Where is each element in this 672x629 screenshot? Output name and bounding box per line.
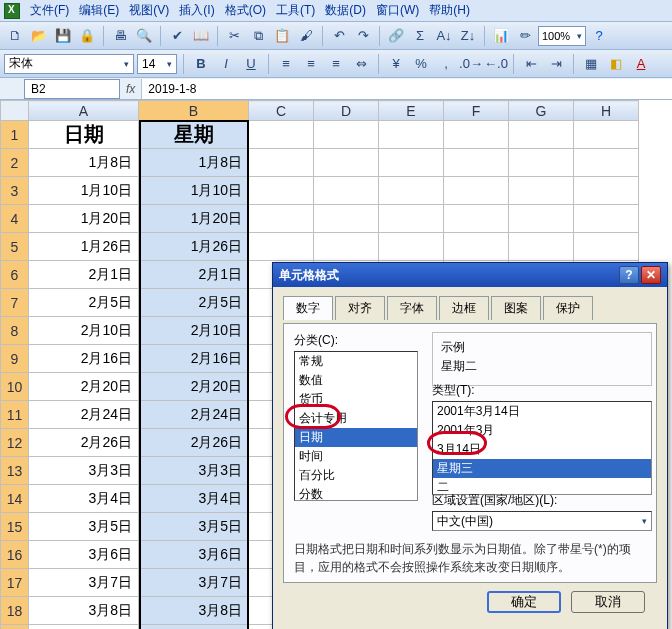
comma-icon[interactable]: ,	[435, 53, 457, 75]
align-right-icon[interactable]: ≡	[325, 53, 347, 75]
cell-A3[interactable]: 1月10日	[29, 177, 139, 205]
help-button[interactable]: ?	[619, 266, 639, 284]
cell-C4[interactable]	[249, 205, 314, 233]
cell-B7[interactable]: 2月5日	[139, 289, 249, 317]
cell-A16[interactable]: 3月6日	[29, 541, 139, 569]
row-header-17[interactable]: 17	[1, 569, 29, 597]
col-header-A[interactable]: A	[29, 101, 139, 121]
cell-F2[interactable]	[444, 149, 509, 177]
font-combo[interactable]: 宋体▾	[4, 54, 134, 74]
format-painter-icon[interactable]: 🖌	[295, 25, 317, 47]
cell-F4[interactable]	[444, 205, 509, 233]
chart-icon[interactable]: 📊	[490, 25, 512, 47]
menu-file[interactable]: 文件(F)	[30, 2, 69, 19]
tab-5[interactable]: 保护	[543, 296, 593, 320]
dec-indent-icon[interactable]: ⇤	[520, 53, 542, 75]
col-header-E[interactable]: E	[379, 101, 444, 121]
row-header-8[interactable]: 8	[1, 317, 29, 345]
cell-A1[interactable]: 日期	[29, 121, 139, 149]
autosum-icon[interactable]: Σ	[409, 25, 431, 47]
cut-icon[interactable]: ✂	[223, 25, 245, 47]
cell-A2[interactable]: 1月8日	[29, 149, 139, 177]
new-icon[interactable]: 🗋	[4, 25, 26, 47]
cell-B1[interactable]: 星期	[139, 121, 249, 149]
cell-H1[interactable]	[574, 121, 639, 149]
cell-E1[interactable]	[379, 121, 444, 149]
cell-A6[interactable]: 2月1日	[29, 261, 139, 289]
cell-A7[interactable]: 2月5日	[29, 289, 139, 317]
menu-view[interactable]: 视图(V)	[129, 2, 169, 19]
col-header-H[interactable]: H	[574, 101, 639, 121]
redo-icon[interactable]: ↷	[352, 25, 374, 47]
borders-icon[interactable]: ▦	[580, 53, 602, 75]
menu-edit[interactable]: 编辑(E)	[79, 2, 119, 19]
locale-dropdown[interactable]: 中文(中国)▾	[432, 511, 652, 531]
font-size-combo[interactable]: 14▾	[137, 54, 177, 74]
cell-D5[interactable]	[314, 233, 379, 261]
font-color-icon[interactable]: A	[630, 53, 652, 75]
research-icon[interactable]: 📖	[190, 25, 212, 47]
tab-4[interactable]: 图案	[491, 296, 541, 320]
row-header-16[interactable]: 16	[1, 541, 29, 569]
cell-A18[interactable]: 3月8日	[29, 597, 139, 625]
cell-A15[interactable]: 3月5日	[29, 513, 139, 541]
row-header-2[interactable]: 2	[1, 149, 29, 177]
row-header-11[interactable]: 11	[1, 401, 29, 429]
col-header-C[interactable]: C	[249, 101, 314, 121]
cell-B13[interactable]: 3月3日	[139, 457, 249, 485]
dialog-titlebar[interactable]: 单元格格式 ? ✕	[273, 263, 667, 287]
cell-B15[interactable]: 3月5日	[139, 513, 249, 541]
underline-icon[interactable]: U	[240, 53, 262, 75]
preview-icon[interactable]: 🔍	[133, 25, 155, 47]
row-header-5[interactable]: 5	[1, 233, 29, 261]
inc-decimal-icon[interactable]: .0→	[460, 53, 482, 75]
menu-help[interactable]: 帮助(H)	[429, 2, 470, 19]
save-icon[interactable]: 💾	[52, 25, 74, 47]
category-item[interactable]: 货币	[295, 390, 417, 409]
row-header-9[interactable]: 9	[1, 345, 29, 373]
type-item[interactable]: 3月14日	[433, 440, 651, 459]
cell-E4[interactable]	[379, 205, 444, 233]
tab-1[interactable]: 对齐	[335, 296, 385, 320]
menu-window[interactable]: 窗口(W)	[376, 2, 419, 19]
category-listbox[interactable]: 常规数值货币会计专用日期时间百分比分数科学记数文本特殊自定义	[294, 351, 418, 501]
row-header-15[interactable]: 15	[1, 513, 29, 541]
copy-icon[interactable]: ⧉	[247, 25, 269, 47]
cell-A5[interactable]: 1月26日	[29, 233, 139, 261]
cell-H5[interactable]	[574, 233, 639, 261]
sort-asc-icon[interactable]: A↓	[433, 25, 455, 47]
cell-D4[interactable]	[314, 205, 379, 233]
category-item[interactable]: 时间	[295, 447, 417, 466]
ok-button[interactable]: 确定	[487, 591, 561, 613]
cell-G2[interactable]	[509, 149, 574, 177]
tab-3[interactable]: 边框	[439, 296, 489, 320]
cell-A13[interactable]: 3月3日	[29, 457, 139, 485]
cell-A8[interactable]: 2月10日	[29, 317, 139, 345]
italic-icon[interactable]: I	[215, 53, 237, 75]
permission-icon[interactable]: 🔒	[76, 25, 98, 47]
cell-C3[interactable]	[249, 177, 314, 205]
print-icon[interactable]: 🖶	[109, 25, 131, 47]
align-left-icon[interactable]: ≡	[275, 53, 297, 75]
row-header-13[interactable]: 13	[1, 457, 29, 485]
name-box[interactable]: B2	[24, 79, 120, 99]
help-icon[interactable]: ?	[588, 25, 610, 47]
cell-H2[interactable]	[574, 149, 639, 177]
cell-D2[interactable]	[314, 149, 379, 177]
type-item[interactable]: 星期三	[433, 459, 651, 478]
row-header-1[interactable]: 1	[1, 121, 29, 149]
drawing-icon[interactable]: ✏	[514, 25, 536, 47]
col-header-B[interactable]: B	[139, 101, 249, 121]
row-header-3[interactable]: 3	[1, 177, 29, 205]
cell-A9[interactable]: 2月16日	[29, 345, 139, 373]
menu-insert[interactable]: 插入(I)	[179, 2, 214, 19]
paste-icon[interactable]: 📋	[271, 25, 293, 47]
cell-B3[interactable]: 1月10日	[139, 177, 249, 205]
menu-data[interactable]: 数据(D)	[325, 2, 366, 19]
cell-E3[interactable]	[379, 177, 444, 205]
formula-input[interactable]: 2019-1-8	[141, 79, 672, 99]
dec-decimal-icon[interactable]: ←.0	[485, 53, 507, 75]
cell-C1[interactable]	[249, 121, 314, 149]
cell-A14[interactable]: 3月4日	[29, 485, 139, 513]
cell-B6[interactable]: 2月1日	[139, 261, 249, 289]
